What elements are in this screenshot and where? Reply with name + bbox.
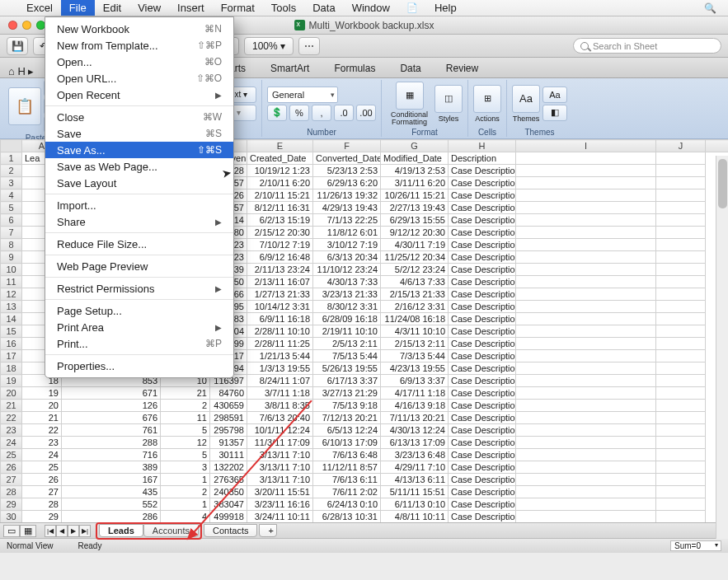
- select-all-corner[interactable]: [1, 140, 22, 152]
- ribbon-tab-formulas[interactable]: Formulas: [322, 58, 387, 77]
- table-row[interactable]: 282743522403503/20/11 15:517/6/11 2:025/…: [1, 486, 729, 498]
- add-sheet-button[interactable]: +: [259, 524, 277, 537]
- ribbon-tab-review[interactable]: Review: [434, 58, 491, 77]
- row-header-19[interactable]: 19: [1, 375, 22, 387]
- row-header-3[interactable]: 3: [1, 177, 22, 189]
- row-header-10[interactable]: 10: [1, 264, 22, 276]
- row-header-11[interactable]: 11: [1, 276, 22, 288]
- col-header-H[interactable]: H: [449, 140, 516, 152]
- row-header-22[interactable]: 22: [1, 412, 22, 424]
- close-window-button[interactable]: [8, 21, 17, 30]
- row-header-5[interactable]: 5: [1, 202, 22, 214]
- table-row[interactable]: 25247165301113/13/11 7:107/6/13 6:483/23…: [1, 449, 729, 461]
- col-header-G[interactable]: G: [381, 140, 449, 152]
- view-layout-button[interactable]: ▦: [20, 525, 36, 537]
- menu-edit[interactable]: Edit: [95, 0, 129, 16]
- file-menu-reduce-file-size-[interactable]: Reduce File Size...: [45, 236, 233, 252]
- file-menu-restrict-permissions[interactable]: Restrict Permissions▶: [45, 280, 233, 297]
- sheet-tab-accounts[interactable]: Accounts: [143, 524, 199, 537]
- table-row[interactable]: 201967121847603/7/11 1:183/27/13 21:294/…: [1, 387, 729, 400]
- conditional-formatting-button[interactable]: ▦: [396, 82, 424, 110]
- number-format-combo[interactable]: General: [267, 87, 338, 103]
- file-menu-page-setup-[interactable]: Page Setup...: [45, 302, 233, 319]
- tab-nav-next[interactable]: ▶: [68, 525, 79, 537]
- row-header-30[interactable]: 30: [1, 511, 22, 523]
- row-header-18[interactable]: 18: [1, 362, 22, 375]
- actions-button[interactable]: ⊞: [473, 85, 501, 113]
- row-header-28[interactable]: 28: [1, 486, 22, 498]
- menu-tools[interactable]: Tools: [263, 0, 304, 16]
- table-row[interactable]: 302928644999183/24/11 10:116/28/13 10:31…: [1, 511, 729, 523]
- table-row[interactable]: 272616712763653/13/11 7:107/6/13 6:114/1…: [1, 474, 729, 486]
- qat-misc-button[interactable]: ⋯: [298, 37, 320, 55]
- row-header-13[interactable]: 13: [1, 301, 22, 313]
- row-header-29[interactable]: 29: [1, 498, 22, 511]
- table-row[interactable]: 292855213830473/23/11 16:166/24/13 0:106…: [1, 498, 729, 511]
- row-header-7[interactable]: 7: [1, 227, 22, 239]
- theme-fonts-button[interactable]: Aa: [542, 87, 567, 103]
- row-header-2[interactable]: 2: [1, 165, 22, 177]
- row-header-14[interactable]: 14: [1, 313, 22, 325]
- spotlight-icon[interactable]: 🔍: [697, 2, 723, 14]
- file-menu-import-[interactable]: Import...: [45, 197, 233, 213]
- row-header-16[interactable]: 16: [1, 338, 22, 350]
- row-header-26[interactable]: 26: [1, 461, 22, 474]
- file-menu-share[interactable]: Share▶: [45, 213, 233, 230]
- file-menu-open-url-[interactable]: Open URL...⇧⌘O: [45, 70, 233, 87]
- row-header-15[interactable]: 15: [1, 325, 22, 338]
- file-menu-save-as-web-page-[interactable]: Save as Web Page...: [45, 158, 233, 175]
- row-header-25[interactable]: 25: [1, 449, 22, 461]
- menu-view[interactable]: View: [129, 0, 169, 16]
- menu-insert[interactable]: Insert: [169, 0, 213, 16]
- row-header-6[interactable]: 6: [1, 214, 22, 227]
- menu-excel[interactable]: Excel: [18, 0, 61, 16]
- table-row[interactable]: 2423288129135711/3/11 17:096/10/13 17:09…: [1, 437, 729, 449]
- row-header-17[interactable]: 17: [1, 350, 22, 362]
- ribbon-home-chevron[interactable]: ⌂ H ▸: [8, 65, 34, 77]
- decrease-decimal-button[interactable]: .00: [356, 105, 376, 121]
- theme-colors-button[interactable]: ◧: [542, 105, 567, 121]
- table-row[interactable]: 2322761529579810/1/11 12:246/5/13 12:244…: [1, 424, 729, 437]
- file-menu-save-layout[interactable]: Save Layout: [45, 175, 233, 191]
- sheet-tab-leads[interactable]: Leads: [99, 524, 143, 537]
- tab-nav-last[interactable]: ▶|: [79, 525, 91, 537]
- view-normal-button[interactable]: ▭: [3, 525, 20, 537]
- currency-button[interactable]: 💲: [267, 105, 287, 121]
- row-header-24[interactable]: 24: [1, 437, 22, 449]
- col-header-I2[interactable]: [706, 140, 729, 152]
- col-header-J[interactable]: J: [656, 140, 706, 152]
- file-menu-new-from-template-[interactable]: New from Template...⇧⌘P: [45, 37, 233, 54]
- menu-format[interactable]: Format: [213, 0, 263, 16]
- increase-decimal-button[interactable]: .0: [334, 105, 354, 121]
- menu-file[interactable]: File: [61, 0, 95, 16]
- file-menu-print-area[interactable]: Print Area▶: [45, 319, 233, 335]
- tab-nav-first[interactable]: |◀: [45, 525, 56, 537]
- row-header-27[interactable]: 27: [1, 474, 22, 486]
- file-menu-new-workbook[interactable]: New Workbook⌘N: [45, 21, 233, 37]
- menu-data[interactable]: Data: [304, 0, 343, 16]
- row-header-8[interactable]: 8: [1, 239, 22, 251]
- styles-button[interactable]: ◫: [434, 85, 463, 113]
- row-header-12[interactable]: 12: [1, 288, 22, 301]
- sheet-tab-contacts[interactable]: Contacts: [204, 524, 257, 537]
- row-header-23[interactable]: 23: [1, 424, 22, 437]
- vertical-scrollbar[interactable]: [716, 156, 728, 539]
- file-menu-web-page-preview[interactable]: Web Page Preview: [45, 258, 233, 274]
- ribbon-tab-data[interactable]: Data: [387, 58, 433, 77]
- row-header-4[interactable]: 4: [1, 189, 22, 202]
- tab-nav-prev[interactable]: ◀: [56, 525, 68, 537]
- row-header-1[interactable]: 1: [1, 152, 22, 165]
- file-menu-open-recent[interactable]: Open Recent▶: [45, 87, 233, 103]
- row-header-20[interactable]: 20: [1, 387, 22, 400]
- script-menu-icon[interactable]: 📄: [398, 1, 426, 15]
- table-row[interactable]: 212012624306593/8/11 8:357/5/13 9:184/16…: [1, 400, 729, 412]
- table-row[interactable]: 262538931322023/13/11 7:1011/12/11 8:574…: [1, 461, 729, 474]
- row-header-21[interactable]: 21: [1, 400, 22, 412]
- comma-button[interactable]: ,: [312, 105, 331, 121]
- file-menu-open-[interactable]: Open...⌘O: [45, 54, 233, 70]
- search-in-sheet-input[interactable]: Search in Sheet: [573, 38, 721, 54]
- menu-help[interactable]: Help: [426, 0, 465, 16]
- percent-button[interactable]: %: [289, 105, 309, 121]
- file-menu-save-as-[interactable]: Save As...⇧⌘S: [45, 142, 233, 158]
- col-header-I[interactable]: I: [516, 140, 656, 152]
